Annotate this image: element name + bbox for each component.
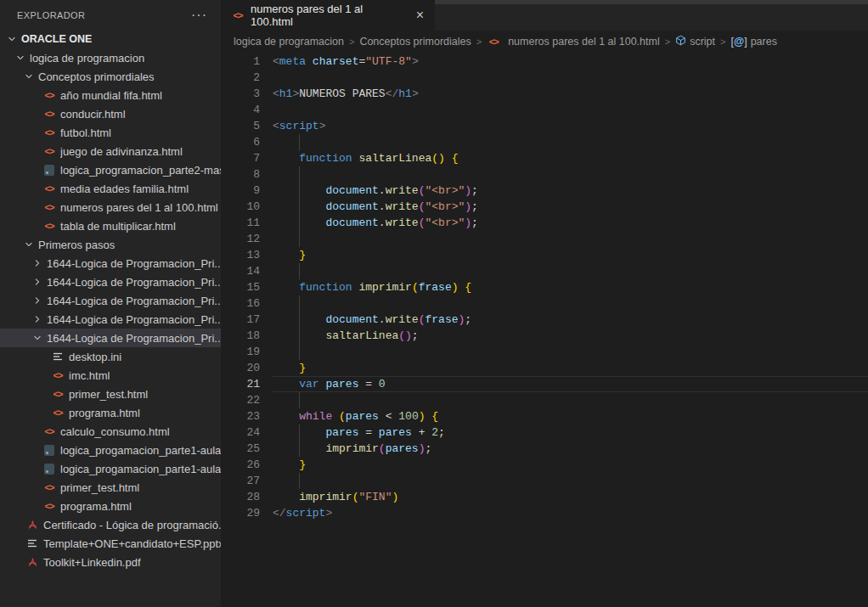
tree-item-label: año mundial fifa.html — [60, 89, 162, 102]
code-line-7[interactable]: 7 function saltarLinea() { — [221, 150, 868, 166]
tree-file-logica-progamacion-parte1-aula5[interactable]: logica_progamacion_parte1-aula5... — [0, 459, 221, 478]
tab-bar: <> numeros pares del 1 al 100.html × — [221, 0, 868, 31]
close-icon[interactable]: × — [414, 8, 426, 23]
line-content: document.write("<br>"); — [273, 183, 868, 199]
breadcrumb-item-pares[interactable]: [@]pares — [730, 36, 776, 48]
line-number: 15 — [221, 279, 260, 295]
tree-file-logica-progamacion-parte1-aula4[interactable]: logica_progamacion_parte1-aula4... — [0, 441, 221, 459]
tree-folder-1644-logica-de-programacion-pri[interactable]: 1644-Logica de Programacion_Pri... — [0, 291, 221, 310]
code-line-26[interactable]: 26 } — [221, 457, 868, 473]
breadcrumb-item-script[interactable]: script — [675, 35, 715, 48]
code-line-10[interactable]: 10 document.write("<br>"); — [221, 199, 868, 215]
code-line-29[interactable]: 29</script> — [221, 505, 868, 521]
line-number: 12 — [221, 231, 260, 247]
breadcrumb-separator-icon: > — [719, 37, 726, 47]
line-content: var pares = 0 — [273, 376, 868, 392]
tree-folder-conceptos-primordiales[interactable]: Conceptos primordiales — [0, 67, 221, 86]
tree-file-futbol-html[interactable]: <>futbol.html — [0, 123, 221, 142]
tree-folder-logica-de-programacion[interactable]: logica de programacion — [0, 48, 221, 67]
code-line-16[interactable]: 16 — [221, 295, 868, 312]
tree-file-certificado-l-gica-de-programaci[interactable]: Certificado - Lógica de programació... — [0, 515, 221, 534]
explorer-header: EXPLORADOR ··· — [0, 0, 221, 30]
tree-file-programa-html[interactable]: <>programa.html — [0, 403, 221, 422]
code-line-1[interactable]: 1<meta charset="UTF-8"> — [221, 53, 868, 70]
line-content — [273, 102, 868, 118]
chevron-right-icon — [31, 312, 44, 326]
code-line-5[interactable]: 5<script> — [221, 118, 868, 134]
pdf-icon — [25, 555, 39, 569]
line-number: 13 — [221, 247, 260, 263]
breadcrumb-item-conceptos-primordiales[interactable]: Conceptos primordiales — [359, 36, 471, 48]
code-line-19[interactable]: 19 — [221, 344, 868, 360]
tree-item-label: logica_progamacion_parte1-aula5... — [60, 463, 221, 475]
code-line-22[interactable]: 22 — [221, 392, 868, 408]
tree-file-imc-html[interactable]: <>imc.html — [0, 366, 221, 385]
tree-file-toolkit-linkedin-pdf[interactable]: Toolkit+Linkedin.pdf — [0, 553, 221, 571]
breadcrumb-item-numeros-pares-del-1-al-100-htm[interactable]: <>numeros pares del 1 al 100.html — [487, 35, 660, 48]
tree-file-primer-test-html[interactable]: <>primer_test.html — [0, 385, 221, 403]
line-content — [273, 263, 868, 279]
tree-folder-1644-logica-de-programacion-pri[interactable]: 1644-Logica de Programacion_Pri... — [0, 273, 221, 291]
code-line-13[interactable]: 13 } — [221, 247, 868, 263]
code-line-3[interactable]: 3<h1>NUMEROS PARES</h1> — [221, 86, 868, 102]
line-content: pares = pares + 2; — [273, 424, 868, 441]
indent-guide — [299, 231, 300, 247]
code-line-17[interactable]: 17 document.write(frase); — [221, 312, 868, 328]
code-line-27[interactable]: 27 — [221, 473, 868, 489]
tree-file-template-one-candidato-esp-pptx[interactable]: Template+ONE+candidato+ESP.pptx — [0, 534, 221, 553]
code-line-14[interactable]: 14 — [221, 263, 868, 279]
code-line-6[interactable]: 6 — [221, 134, 868, 150]
tree-folder-oracle-one[interactable]: ORACLE ONE — [0, 30, 221, 48]
tree-folder-1644-logica-de-programacion-pri[interactable]: 1644-Logica de Programacion_Pri... — [0, 329, 221, 347]
line-content: document.write("<br>"); — [273, 199, 868, 215]
code-line-23[interactable]: 23 while (pares < 100) { — [221, 408, 868, 424]
code-line-25[interactable]: 25 imprimir(pares); — [221, 441, 868, 457]
tree-file-logica-programacion-parte2-mast[interactable]: logica_programacion_parte2-mast... — [0, 160, 221, 179]
line-content: saltarLinea(); — [273, 328, 868, 344]
tab-numeros-pares[interactable]: <> numeros pares del 1 al 100.html × — [221, 0, 435, 31]
tree-file-media-edades-familia-html[interactable]: <>media edades familia.html — [0, 179, 221, 198]
breadcrumb-item-logica-de-programacion[interactable]: logica de programacion — [234, 36, 344, 48]
line-content: <script> — [273, 118, 868, 134]
tree-file-juego-de-adivinanza-html[interactable]: <>juego de adivinanza.html — [0, 142, 221, 160]
tree-file-numeros-pares-del-1-al-100-html[interactable]: <>numeros pares del 1 al 100.html — [0, 198, 221, 216]
tree-item-label: numeros pares del 1 al 100.html — [60, 201, 218, 214]
code-line-9[interactable]: 9 document.write("<br>"); — [221, 183, 868, 199]
explorer-title: EXPLORADOR — [17, 10, 188, 20]
indent-guide — [299, 199, 300, 215]
tree-item-label: imc.html — [69, 369, 110, 382]
tree-file-conducir-html[interactable]: <>conducir.html — [0, 104, 221, 123]
code-line-21[interactable]: 21 var pares = 0 — [221, 376, 868, 392]
code-line-20[interactable]: 20 } — [221, 360, 868, 376]
tree-file-primer-test-html[interactable]: <>primer_test.html — [0, 478, 221, 497]
code-line-28[interactable]: 28 imprimir("FIN") — [221, 489, 868, 505]
code-line-4[interactable]: 4 — [221, 102, 868, 118]
code-line-2[interactable]: 2 — [221, 70, 868, 86]
html-icon: <> — [51, 368, 65, 382]
code-editor[interactable]: 1<meta charset="UTF-8">23<h1>NUMEROS PAR… — [221, 53, 868, 521]
code-line-24[interactable]: 24 pares = pares + 2; — [221, 424, 868, 441]
tab-title: numeros pares del 1 al 100.html — [251, 3, 408, 28]
code-line-11[interactable]: 11 document.write("<br>"); — [221, 215, 868, 231]
tree-folder-primeros-pasos[interactable]: Primeros pasos — [0, 235, 221, 254]
html-icon: <> — [42, 144, 56, 158]
tree-folder-1644-logica-de-programacion-pri[interactable]: 1644-Logica de Programacion_Pri... — [0, 310, 221, 329]
tree-file-a-o-mundial-fifa-html[interactable]: <>año mundial fifa.html — [0, 86, 221, 104]
tree-file-tabla-de-multiplicar-html[interactable]: <>tabla de multiplicar.html — [0, 216, 221, 235]
chevron-right-icon — [31, 275, 44, 289]
line-content: } — [273, 457, 868, 473]
code-line-8[interactable]: 8 — [221, 166, 868, 183]
code-line-18[interactable]: 18 saltarLinea(); — [221, 328, 868, 344]
tree-item-label: ORACLE ONE — [21, 33, 92, 45]
tree-file-calculo-consumo-html[interactable]: <>calculo_consumo.html — [0, 422, 221, 441]
code-line-12[interactable]: 12 — [221, 231, 868, 247]
tree-folder-1644-logica-de-programacion-pri[interactable]: 1644-Logica de Programacion_Pri... — [0, 254, 221, 273]
html-icon: <> — [42, 219, 56, 233]
tree-item-label: media edades familia.html — [60, 183, 189, 195]
tree-file-programa-html[interactable]: <>programa.html — [0, 497, 221, 515]
tree-file-desktop-ini[interactable]: desktop.ini — [0, 347, 221, 366]
tree-item-label: 1644-Logica de Programacion_Pri... — [47, 276, 221, 289]
chevron-down-icon — [31, 331, 44, 345]
more-actions-icon[interactable]: ··· — [188, 9, 211, 21]
code-line-15[interactable]: 15 function imprimir(frase) { — [221, 279, 868, 295]
